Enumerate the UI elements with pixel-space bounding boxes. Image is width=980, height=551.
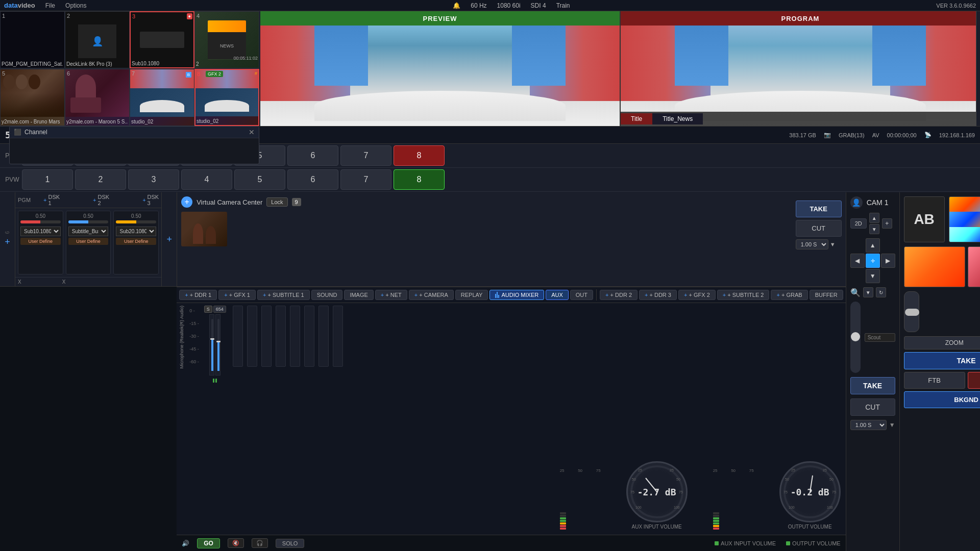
dsk-plus-1[interactable]: + [43, 197, 46, 203]
cam-plus-button[interactable]: + [882, 218, 892, 229]
cam-2d-button[interactable]: 2D [850, 218, 867, 229]
pgm-btn-8[interactable]: 8 [394, 145, 445, 166]
speaker-icon[interactable]: 🔊 [182, 540, 189, 547]
ftb-button[interactable]: FTB [904, 372, 965, 389]
source-item-3[interactable]: 3 ● Sub10.1080 [130, 11, 194, 68]
cam-slider-knob[interactable] [851, 332, 860, 341]
pvw-btn-4[interactable]: 4 [181, 169, 232, 190]
resize-handle[interactable] [976, 11, 980, 126]
source-item-1[interactable]: 1 PGM_PGM_EDITING_Sat... [0, 11, 65, 68]
cam-slider[interactable] [850, 302, 861, 373]
tb-camera-button[interactable]: + CAMERA [409, 290, 454, 300]
go-button[interactable]: GO [197, 538, 220, 548]
cam-arrow-up[interactable]: ▲ [866, 238, 880, 253]
fader-empty-1[interactable] [233, 306, 243, 367]
fader-empty-3[interactable] [261, 306, 272, 367]
headphone-button[interactable]: 🎧 [252, 538, 268, 548]
tb-out-button[interactable]: OUT [570, 290, 593, 300]
pvw-btn-8[interactable]: 8 [394, 169, 445, 190]
fader-right-1[interactable] [215, 314, 220, 375]
cam-main-cut-button[interactable]: CUT [850, 398, 895, 416]
fader-left-1[interactable] [209, 314, 214, 375]
cam-arrow-right[interactable]: ▶ [881, 254, 895, 268]
source-item-8[interactable]: 8 # studio_02 GFX 2 [194, 69, 259, 126]
fader-empty-4[interactable] [276, 306, 286, 367]
solo-button[interactable]: SOLO [276, 539, 305, 548]
transition-strips[interactable] [949, 196, 980, 242]
pvw-btn-6[interactable]: 6 [287, 169, 338, 190]
tb-grab-button[interactable]: + GRAB [771, 290, 807, 300]
tb-ddr3-button[interactable]: + DDR 3 [639, 290, 677, 300]
cam-arrow-center[interactable]: ✛ [866, 254, 880, 268]
zoom-button[interactable]: ZOOM [904, 336, 980, 349]
tb-ddr2-button[interactable]: + DDR 2 [600, 290, 638, 300]
vcam-cut-button[interactable]: CUT [796, 220, 842, 237]
fader-knob-left[interactable] [210, 338, 214, 340]
dsk1-source-select[interactable]: Sub10.1080 [20, 227, 61, 236]
cam-arrow-left[interactable]: ◀ [850, 254, 865, 268]
tb-replay-button[interactable]: REPLAY [455, 290, 488, 300]
fader-empty-2[interactable] [247, 306, 257, 367]
fader-empty-8[interactable] [333, 306, 343, 367]
cam-main-take-button[interactable]: TAKE [850, 377, 895, 394]
tb-gfx2-button[interactable]: + GFX 2 [678, 290, 716, 300]
tb-audio-mixer-button[interactable]: AUDIO MIXER [489, 290, 544, 300]
ftb-cut-row: FTB CUT [904, 372, 980, 389]
transition-knob[interactable] [905, 309, 919, 316]
pvw-btn-2[interactable]: 2 [75, 169, 126, 190]
speed-select[interactable]: 1.00 S [796, 239, 828, 249]
dsk3-source-select[interactable]: Sub20.1080 [116, 227, 156, 236]
cam-down-button[interactable]: ▼ [869, 224, 879, 234]
menu-file[interactable]: File [45, 2, 55, 9]
pvw-btn-1[interactable]: 1 [22, 169, 73, 190]
tb-subtitle2-button[interactable]: + SUBTITLE 2 [717, 290, 770, 300]
source-item-6[interactable]: 6 y2male.com - Maroon 5 S... [65, 69, 130, 126]
pvw-btn-7[interactable]: 7 [340, 169, 391, 190]
pvw-btn-3[interactable]: 3 [128, 169, 179, 190]
pgm-btn-7[interactable]: 7 [340, 145, 391, 166]
vcam-lock-button[interactable]: Lock [266, 197, 287, 207]
svg-text:25: 25 [670, 468, 674, 472]
tb-net-button[interactable]: + NET [375, 290, 407, 300]
take-button[interactable]: TAKE [904, 352, 980, 369]
fader-empty-7[interactable] [318, 306, 329, 367]
tb-buffer-button[interactable]: BUFFER [810, 290, 843, 300]
cut-button[interactable]: CUT [968, 372, 980, 389]
tb-subtitle1-button[interactable]: + SUBTITLE 1 [257, 290, 310, 300]
vcam-take-button[interactable]: TAKE [796, 201, 842, 217]
tb-ddr1-button[interactable]: + DDR 1 [179, 290, 217, 300]
cam-up-button[interactable]: ▲ [869, 213, 879, 223]
bkgnd-button[interactable]: BKGND [904, 391, 980, 408]
mute-button[interactable]: 🔇 [228, 538, 244, 548]
transition-slider[interactable] [904, 291, 919, 332]
pgm-btn-6[interactable]: 6 [287, 145, 338, 166]
program-thumb-1[interactable] [904, 246, 965, 287]
vcam-add-button[interactable]: + [181, 196, 192, 208]
tb-image-button[interactable]: IMAGE [344, 290, 373, 300]
fader-empty-6[interactable] [304, 306, 314, 367]
aux-add-1[interactable]: + [5, 237, 10, 247]
cam-arrow-down[interactable]: ▼ [866, 269, 880, 283]
source-item-5[interactable]: 5 y2male.com - Bruno Mars [0, 69, 65, 126]
cam-down2-button[interactable]: ▼ [863, 287, 873, 297]
source-item-2[interactable]: 2 👤 DeckLink 8K Pro (3) [65, 11, 130, 68]
tb-sound-button[interactable]: SOUND [311, 290, 343, 300]
source-item-4[interactable]: 4 NEWS 00:05:11:02 2 [194, 11, 259, 68]
aux-add-2[interactable]: + [166, 234, 172, 245]
source-item-7[interactable]: 7 B studio_02 [130, 69, 194, 126]
menu-options[interactable]: Options [65, 2, 86, 9]
dsk2-source-select[interactable]: Subtitle_Bus ... [68, 227, 109, 236]
s-button-1[interactable]: S [204, 306, 212, 313]
pvw-btn-5[interactable]: 5 [234, 169, 285, 190]
fader-knob-right[interactable] [216, 341, 220, 342]
cam-refresh-button[interactable]: ↻ [876, 287, 886, 297]
fader-empty-5[interactable] [290, 306, 300, 367]
cam-speed-select[interactable]: 1.00 S [850, 420, 887, 430]
dsk-plus-2[interactable]: + [93, 197, 96, 203]
tb-aux-button[interactable]: AUX [546, 290, 569, 300]
program-thumb-2[interactable] [968, 246, 980, 287]
tb-gfx1-button[interactable]: + GFX 1 [218, 290, 256, 300]
channel-close-button[interactable]: ✕ [249, 128, 255, 136]
vcam-thumbnail-1[interactable] [181, 212, 227, 246]
dsk-plus-3[interactable]: + [142, 197, 145, 203]
